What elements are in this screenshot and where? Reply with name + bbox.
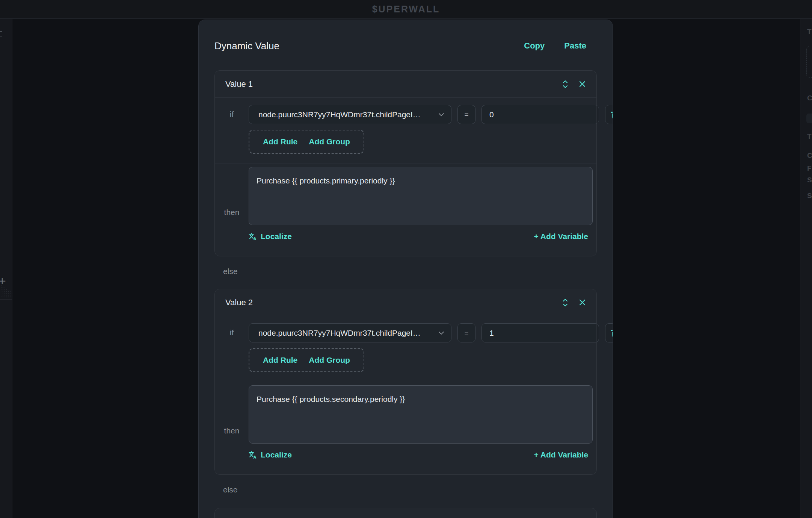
add-variable-button[interactable]: + Add Variable — [534, 450, 588, 459]
svg-text:A: A — [254, 455, 257, 459]
value-2-controls — [562, 298, 586, 307]
if-label: if — [215, 323, 249, 372]
localize-button[interactable]: A Localize — [249, 232, 292, 241]
modal-actions: Copy Paste — [524, 41, 586, 51]
trash-icon — [610, 329, 613, 337]
right-panel-edge: T C T C F S S — [800, 19, 812, 518]
value-2-header: Value 2 — [215, 289, 596, 316]
clipped-panel-text: C — [807, 151, 812, 160]
value-1-then-section: then Purchase {{ products.primary.period… — [215, 164, 596, 256]
close-icon[interactable] — [579, 80, 586, 88]
canvas-hatch-texture — [0, 285, 12, 297]
clipped-panel-text: T — [807, 27, 812, 36]
trash-icon — [610, 111, 613, 119]
add-rule-button[interactable]: Add Rule — [263, 356, 297, 365]
then-value-textarea[interactable]: Purchase {{ products.primary.periodly }} — [249, 167, 593, 225]
value-2-then-section: then Purchase {{ products.secondary.peri… — [215, 382, 596, 474]
then-footer: A Localize + Add Variable — [249, 449, 593, 461]
dynamic-value-modal: Dynamic Value Copy Paste Value 1 — [198, 20, 613, 518]
condition-field-value: node.puurc3NR7yy7HqWDmr37t.childPageI… — [258, 329, 421, 338]
value-1-title: Value 1 — [225, 79, 253, 89]
condition-value-input[interactable] — [481, 323, 599, 342]
close-icon[interactable] — [579, 299, 586, 306]
clipped-panel-text: F — [807, 164, 812, 173]
value-1-controls — [562, 80, 586, 89]
delete-rule-button[interactable] — [605, 105, 613, 124]
add-rule-group-box: Add Rule Add Group — [249, 348, 364, 372]
value-card-1: Value 1 if node.puurc3NR — [214, 70, 597, 256]
translate-icon: A — [249, 451, 257, 459]
value-card-3-clipped — [214, 508, 597, 518]
clipped-panel-text: S — [807, 176, 812, 184]
left-canvas-edge: + — [0, 19, 12, 518]
add-variable-button[interactable]: + Add Variable — [534, 232, 588, 241]
top-header-bar: $UPERWALL — [0, 0, 812, 19]
paste-button[interactable]: Paste — [564, 41, 586, 51]
copy-button[interactable]: Copy — [524, 41, 545, 51]
operator-button[interactable]: = — [457, 323, 475, 342]
condition-value-input[interactable] — [481, 105, 599, 124]
else-label: else — [223, 267, 597, 276]
clipped-panel-text: S — [807, 192, 812, 200]
condition-row: node.puurc3NR7yy7HqWDmr37t.childPageI… = — [249, 323, 613, 342]
value-1-header: Value 1 — [215, 71, 596, 98]
svg-text:A: A — [254, 236, 257, 241]
superwall-logo: $UPERWALL — [372, 4, 440, 15]
clipped-preview-frame — [806, 46, 812, 78]
translate-icon: A — [249, 232, 257, 241]
condition-field-dropdown[interactable]: node.puurc3NR7yy7HqWDmr37t.childPageI… — [249, 105, 451, 124]
then-label: then — [215, 208, 249, 225]
clipped-panel-text: C — [807, 94, 812, 102]
condition-field-value: node.puurc3NR7yy7HqWDmr37t.childPageI… — [258, 110, 421, 119]
value-2-title: Value 2 — [225, 298, 253, 307]
value-1-if-section: if node.puurc3NR7yy7HqWDmr37t.childPageI… — [215, 98, 596, 164]
value-2-if-content: node.puurc3NR7yy7HqWDmr37t.childPageI… = — [249, 323, 613, 372]
condition-field-dropdown[interactable]: node.puurc3NR7yy7HqWDmr37t.childPageI… — [249, 323, 451, 342]
value-2-if-section: if node.puurc3NR7yy7HqWDmr37t.childPageI… — [215, 316, 596, 382]
if-label: if — [215, 105, 249, 154]
value-card-2: Value 2 if node.puurc3NR — [214, 289, 597, 475]
then-label: then — [215, 426, 249, 444]
add-rule-button[interactable]: Add Rule — [263, 137, 297, 146]
modal-header: Dynamic Value Copy Paste — [214, 39, 597, 52]
value-1-if-content: node.puurc3NR7yy7HqWDmr37t.childPageI… = — [249, 105, 613, 154]
divider — [0, 299, 12, 300]
chevron-down-icon — [438, 331, 444, 335]
add-group-button[interactable]: Add Group — [309, 356, 350, 365]
clipped-icon — [0, 31, 2, 32]
divider — [0, 46, 12, 46]
reorder-icon[interactable] — [562, 80, 568, 89]
localize-label: Localize — [261, 450, 292, 459]
clipped-icon — [0, 36, 2, 36]
localize-button[interactable]: A Localize — [249, 450, 292, 459]
else-label: else — [223, 485, 597, 494]
condition-row: node.puurc3NR7yy7HqWDmr37t.childPageI… = — [249, 105, 613, 124]
clipped-panel-chip — [806, 114, 812, 123]
then-footer: A Localize + Add Variable — [249, 230, 593, 242]
then-value-textarea[interactable]: Purchase {{ products.secondary.periodly … — [249, 385, 593, 444]
add-rule-group-box: Add Rule Add Group — [249, 130, 364, 154]
chevron-down-icon — [438, 113, 444, 117]
reorder-icon[interactable] — [562, 298, 568, 307]
add-group-button[interactable]: Add Group — [309, 137, 350, 146]
clipped-panel-text: T — [807, 132, 812, 141]
localize-label: Localize — [261, 232, 292, 241]
modal-title: Dynamic Value — [214, 40, 279, 52]
operator-button[interactable]: = — [457, 105, 475, 124]
delete-rule-button[interactable] — [605, 323, 613, 342]
